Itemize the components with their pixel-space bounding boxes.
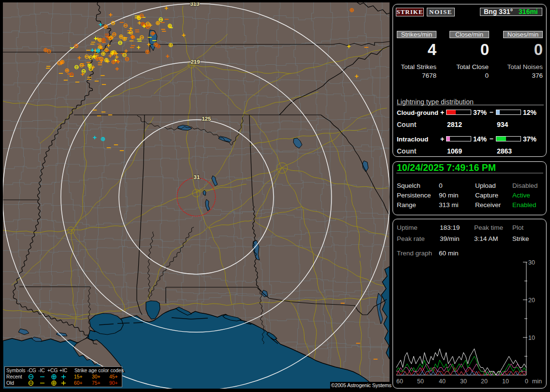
svg-text:0: 0 <box>525 378 528 385</box>
svg-text:20: 20 <box>481 378 488 385</box>
svg-text:min: min <box>532 378 542 385</box>
svg-text:50: 50 <box>417 378 424 385</box>
svg-text:40: 40 <box>439 378 446 385</box>
svg-text:60: 60 <box>396 378 403 385</box>
svg-text:30: 30 <box>528 259 535 266</box>
svg-text:20: 20 <box>528 297 535 304</box>
svg-text:30: 30 <box>460 378 467 385</box>
svg-text:10: 10 <box>528 335 535 341</box>
svg-text:10: 10 <box>502 378 509 385</box>
